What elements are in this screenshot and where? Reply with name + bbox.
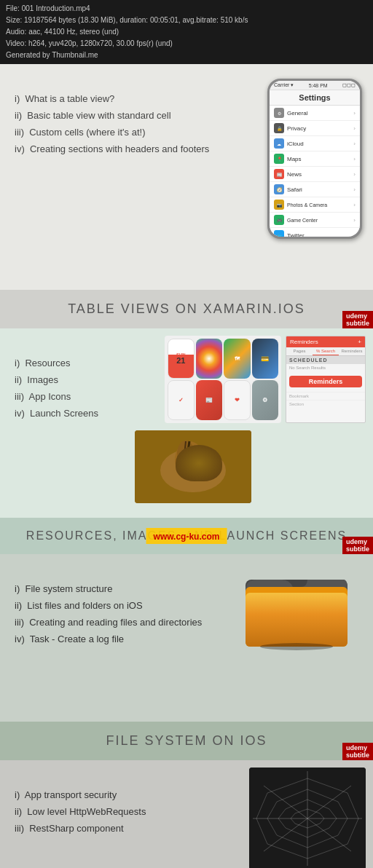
settings-icon: 🎮: [274, 215, 284, 225]
folder-icon: [242, 565, 351, 652]
settings-icon: 📷: [274, 200, 284, 210]
settings-row: 🔒 Privacy ›: [270, 121, 360, 136]
settings-row: 📍 Maps ›: [270, 151, 360, 167]
filesystem-title-bar-wrapper: FILE SYSTEM ON IOS udemy subtitle: [0, 722, 373, 760]
reminders-section-label: Scheduled: [286, 356, 365, 364]
settings-icon: 🧭: [274, 184, 284, 194]
ios-icon-calendar: SUN 21: [168, 339, 195, 379]
resources-section: i) Resources ii) Images iii) App Icons i…: [0, 328, 373, 518]
spider-web-image: [249, 768, 366, 868]
resources-title-bar-wrapper: RESOURCES, IMAGES, AND LAUNCH SCREENS ww…: [0, 518, 373, 554]
ios-icon-health: ❤: [224, 380, 251, 420]
svg-point-1: [160, 449, 226, 492]
tableviews-title-bar: TABLE VIEWS ON XAMARIN.IOS: [0, 290, 373, 328]
settings-label: iCloud: [287, 141, 304, 147]
reminders-bookmark: Bookmark: [286, 392, 365, 400]
phone-status-bar: Carrier ▾ 5:48 PM ◻◻◻: [270, 81, 360, 90]
horse-image: [135, 430, 251, 503]
reminders-sub-label: No Search Results: [286, 364, 365, 371]
chevron-icon: ›: [353, 110, 356, 117]
watermark: www.cg-ku.com: [146, 528, 227, 544]
spiderweb-svg: [249, 768, 366, 868]
info-line4: Video: h264, yuv420p, 1280x720, 30.00 fp…: [6, 38, 367, 50]
tableviews-title: TABLE VIEWS ON XAMARIN.IOS: [12, 301, 361, 317]
settings-label: Photos & Camera: [287, 202, 327, 208]
settings-row: 🧭 Safari ›: [270, 182, 360, 197]
info-line1: File: 001 Introduction.mp4: [6, 3, 367, 15]
udemy-badge: udemy subtitle: [342, 311, 373, 328]
chevron-icon: ›: [353, 202, 356, 208]
reminders-list-mockup: Reminders + Pages % Search Reminders Sch…: [286, 336, 366, 423]
tab-pages: Pages: [286, 347, 313, 355]
settings-label: Game Center: [287, 218, 318, 223]
settings-icon: 📰: [274, 169, 284, 179]
chevron-icon: ›: [353, 141, 356, 147]
horse-svg: [135, 430, 251, 503]
filesystem-section: i) File system structure ii) List files …: [0, 554, 373, 722]
settings-icon: 📍: [274, 154, 284, 164]
reminders-header: Reminders +: [286, 336, 365, 347]
chevron-icon: ›: [353, 125, 356, 132]
info-line5: Generated by Thumbnail.me: [6, 50, 367, 61]
tableviews-section: i) What is a table view? ii) Basic table…: [0, 64, 373, 290]
settings-label: Twitter: [287, 232, 305, 237]
tableviews-title-bar-wrapper: TABLE VIEWS ON XAMARIN.IOS udemy subtitl…: [0, 290, 373, 328]
reminders-section2: Section: [286, 400, 365, 408]
horse-photo: [135, 430, 251, 503]
settings-row: 🎮 Game Center ›: [270, 213, 360, 228]
filesystem-title-bar: FILE SYSTEM ON IOS: [0, 722, 373, 760]
reminders-tabs: Pages % Search Reminders: [286, 347, 365, 356]
settings-icon: ☁: [274, 138, 284, 149]
phone-mockup: Carrier ▾ 5:48 PM ◻◻◻ Settings ⚙ General…: [267, 79, 362, 239]
webcalls-section: i) App transport security ii) Low level …: [0, 760, 373, 868]
svg-rect-11: [246, 593, 348, 647]
ios-icon-wallet: 💳: [252, 339, 279, 379]
tab-reminders: Reminders: [339, 347, 365, 355]
settings-row: ☁ iCloud ›: [270, 136, 360, 151]
ios-icon-news: 📰: [196, 380, 223, 420]
svg-point-8: [177, 463, 183, 467]
ios-icon-photos: [196, 339, 223, 379]
svg-point-5: [181, 452, 188, 459]
settings-label: Maps: [287, 156, 302, 162]
tab-search: % Search: [313, 347, 339, 355]
settings-label: Privacy: [287, 125, 306, 132]
screenshots-area: SUN 21 🗺 💳 ✓ 📰 ❤ ⚙ Reminders + Pages % S…: [165, 336, 366, 423]
info-line3: Audio: aac, 44100 Hz, stereo (und): [6, 26, 367, 38]
chevron-icon: ›: [353, 186, 356, 193]
info-line2: Size: 19187564 bytes (18.30 MiB), durati…: [6, 15, 367, 26]
chevron-icon: ›: [353, 171, 356, 178]
udemy-badge-2: udemy subtitle: [342, 537, 373, 554]
settings-icon: ⚙: [274, 108, 284, 118]
settings-label: News: [287, 171, 302, 178]
udemy-badge-3: udemy subtitle: [342, 743, 373, 760]
ios-icon-settings: ⚙: [252, 380, 279, 420]
info-bar: File: 001 Introduction.mp4 Size: 1918756…: [0, 0, 373, 64]
settings-label: General: [287, 110, 307, 117]
reminders-big-label: Reminders: [289, 376, 362, 387]
spider-web-photo: [249, 768, 366, 868]
svg-point-4: [187, 456, 199, 470]
svg-point-12: [260, 643, 333, 650]
ios-icon-reminders: ✓: [168, 380, 195, 420]
chevron-icon: ›: [353, 156, 356, 162]
settings-row: ⚙ General ›: [270, 106, 360, 121]
settings-label: Safari: [287, 186, 302, 193]
settings-row: 📰 News ›: [270, 167, 360, 182]
settings-row: 📷 Photos & Camera ›: [270, 197, 360, 213]
filesystem-title: FILE SYSTEM ON IOS: [12, 733, 361, 749]
resources-title-bar: RESOURCES, IMAGES, AND LAUNCH SCREENS ww…: [0, 518, 373, 554]
chevron-icon: ›: [353, 217, 356, 224]
ios-icon-maps: 🗺: [224, 339, 251, 379]
phone-settings-title: Settings: [270, 90, 360, 106]
folder-svg: [242, 565, 351, 652]
settings-icon: 🔒: [274, 123, 284, 133]
settings-row: 🐦 Twitter ›: [270, 228, 360, 237]
chevron-icon: ›: [353, 232, 356, 237]
settings-icon: 🐦: [274, 230, 284, 237]
ios-icons-grid: SUN 21 🗺 💳 ✓ 📰 ❤ ⚙: [165, 336, 281, 423]
